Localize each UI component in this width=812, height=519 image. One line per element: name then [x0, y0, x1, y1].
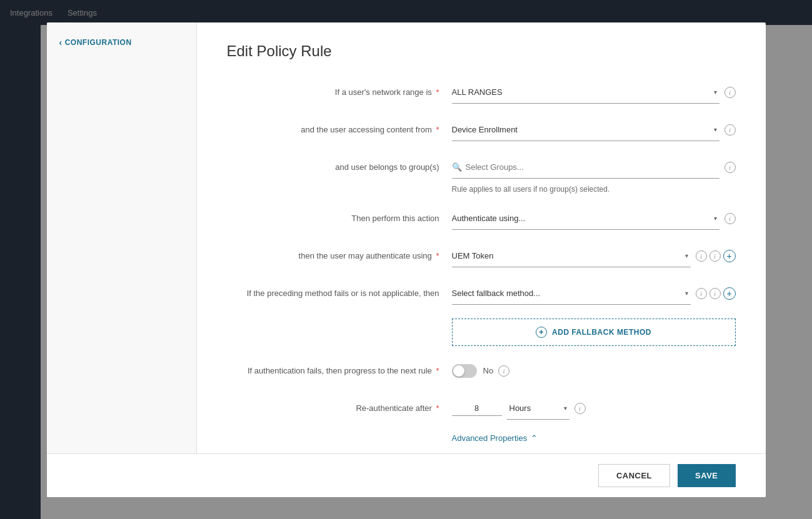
network-range-select[interactable]: ALL RANGES: [452, 85, 719, 99]
fallback-label: If the preceding method fails or is not …: [227, 289, 452, 298]
fallback-icons: i i +: [696, 287, 736, 300]
required-star-2: *: [436, 125, 439, 134]
required-star: *: [436, 87, 439, 97]
advanced-properties-link[interactable]: Advanced Properties ⌃: [452, 433, 736, 443]
modal-footer: CANCEL SAVE: [47, 453, 766, 497]
add-fallback-plus-icon: +: [536, 327, 547, 338]
back-label: CONFIGURATION: [65, 38, 132, 47]
fallback-select-wrapper: Select fallback method... ▾: [452, 282, 691, 305]
auth-method-label: then the user may authenticate using *: [227, 251, 452, 260]
fallback-row: If the preceding method fails or is not …: [227, 281, 736, 306]
fallback-info-icon-2[interactable]: i: [709, 288, 721, 299]
auth-fails-row: If authentication fails, then progress t…: [227, 358, 736, 383]
action-select[interactable]: Authenticate using...: [452, 211, 719, 225]
action-select-wrapper: Authenticate using... ▾: [452, 207, 719, 230]
action-control: Authenticate using... ▾ i: [452, 207, 736, 230]
accessing-from-select[interactable]: Device Enrollment: [452, 122, 719, 137]
reauth-unit-select-wrapper: HoursDaysMinutes ▾: [507, 397, 569, 420]
toggle-label: No: [483, 366, 494, 375]
auth-method-info-icon-2[interactable]: i: [709, 250, 721, 262]
network-range-row: If a user's network range is * ALL RANGE…: [227, 80, 736, 105]
required-star-5: *: [436, 403, 439, 413]
network-range-info-icon[interactable]: i: [724, 87, 736, 98]
add-fallback-button[interactable]: + ADD FALLBACK METHOD: [452, 319, 736, 346]
auth-fails-info-icon[interactable]: i: [498, 365, 509, 377]
auth-method-icons: i i +: [696, 250, 736, 262]
fallback-select[interactable]: Select fallback method...: [452, 286, 691, 300]
auth-fails-label: If authentication fails, then progress t…: [227, 366, 452, 375]
fallback-info-icon-1[interactable]: i: [696, 288, 707, 299]
modal-body: ‹ CONFIGURATION Edit Policy Rule If a us…: [47, 22, 766, 453]
back-link[interactable]: ‹ CONFIGURATION: [59, 37, 184, 47]
auth-method-select-wrapper: UEM Token ▾: [452, 245, 691, 267]
toggle-wrapper: No: [452, 364, 494, 378]
group-search-wrapper: 🔍: [452, 156, 719, 179]
network-range-select-wrapper: ALL RANGES ▾: [452, 81, 719, 104]
group-control: 🔍 i: [452, 156, 736, 179]
auth-method-select[interactable]: UEM Token: [452, 249, 691, 263]
accessing-from-control: Device Enrollment ▾ i: [452, 119, 736, 141]
auth-method-control: UEM Token ▾ i i +: [452, 245, 736, 267]
network-range-label: If a user's network range is *: [227, 87, 452, 97]
back-chevron-icon: ‹: [59, 37, 63, 47]
fallback-plus-icon[interactable]: +: [723, 287, 736, 300]
accessing-from-row: and the user accessing content from * De…: [227, 117, 736, 142]
advanced-properties-label: Advanced Properties: [452, 433, 528, 443]
group-search-input[interactable]: [466, 162, 719, 172]
network-range-control: ALL RANGES ▾ i: [452, 81, 736, 104]
accessing-from-label: and the user accessing content from *: [227, 125, 452, 134]
search-icon: 🔍: [452, 162, 462, 172]
auth-fails-toggle[interactable]: [452, 364, 477, 378]
fallback-control: Select fallback method... ▾ i i +: [452, 282, 736, 305]
save-button[interactable]: SAVE: [678, 464, 735, 487]
action-row: Then perform this action Authenticate us…: [227, 206, 736, 231]
reauth-control: HoursDaysMinutes ▾ i: [452, 397, 736, 420]
reauth-unit-chevron-icon: ▾: [564, 405, 567, 412]
accessing-from-select-wrapper: Device Enrollment ▾: [452, 119, 719, 141]
reauth-label: Re-authenticate after *: [227, 403, 452, 413]
add-fallback-label: ADD FALLBACK METHOD: [552, 328, 651, 337]
auth-method-info-icon-1[interactable]: i: [696, 250, 707, 262]
group-info-icon[interactable]: i: [724, 162, 736, 173]
auth-method-plus-icon[interactable]: +: [723, 250, 736, 262]
left-panel: ‹ CONFIGURATION: [47, 22, 197, 453]
action-info-icon[interactable]: i: [724, 213, 736, 224]
reauth-unit-select[interactable]: HoursDaysMinutes: [507, 401, 553, 415]
modal-title: Edit Policy Rule: [227, 42, 736, 60]
auth-method-row: then the user may authenticate using * U…: [227, 244, 736, 269]
reauth-info-icon[interactable]: i: [574, 403, 586, 414]
action-label: Then perform this action: [227, 214, 452, 223]
group-row: and user belongs to group(s) 🔍 i: [227, 155, 736, 180]
group-helper-text: Rule applies to all users if no group(s)…: [452, 185, 736, 194]
accessing-from-info-icon[interactable]: i: [724, 124, 736, 136]
toggle-knob: [453, 365, 464, 377]
add-fallback-area: + ADD FALLBACK METHOD: [452, 319, 736, 346]
required-star-4: *: [436, 366, 439, 375]
auth-fails-control: No i: [452, 364, 736, 378]
edit-policy-modal: ‹ CONFIGURATION Edit Policy Rule If a us…: [47, 22, 766, 497]
advanced-properties-chevron-icon: ⌃: [531, 433, 538, 443]
group-label: and user belongs to group(s): [227, 162, 452, 172]
reauth-row: Re-authenticate after * HoursDaysMinutes…: [227, 396, 736, 421]
reauth-input[interactable]: [452, 401, 502, 416]
right-panel: Edit Policy Rule If a user's network ran…: [197, 22, 766, 453]
required-star-3: *: [436, 251, 439, 260]
cancel-button[interactable]: CANCEL: [598, 464, 670, 487]
